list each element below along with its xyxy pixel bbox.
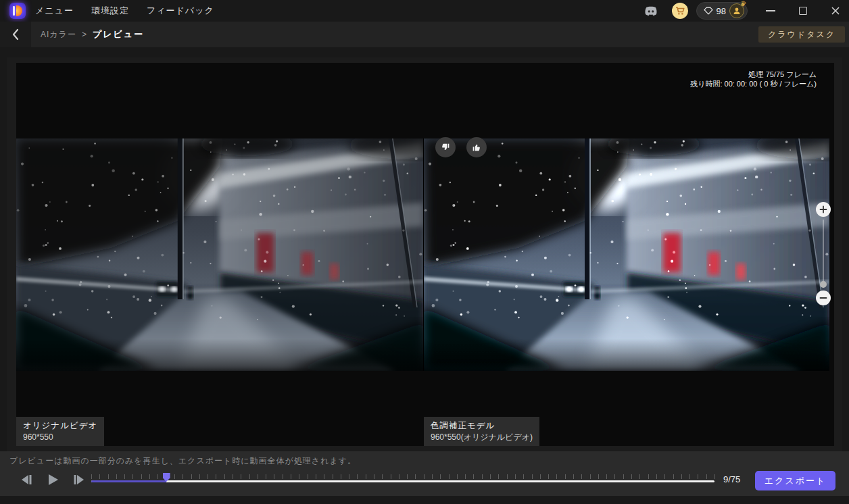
enhanced-video-size: 960*550(オリジナルビデオ)	[431, 432, 533, 443]
minimize-button[interactable]	[764, 4, 777, 18]
title-bar: メニュー 環境設定 フィードバック 98	[0, 0, 849, 22]
timeline-track[interactable]	[91, 480, 714, 482]
enhanced-video-title: 色調補正モデル	[431, 420, 533, 432]
credits-pill[interactable]: 98 ♛	[696, 2, 748, 20]
player-bar: プレビューは動画の一部分のみを再生し、エクスポート時に動画全体が処理されます。	[0, 451, 849, 496]
enhanced-video-frame[interactable]	[424, 138, 829, 371]
zoom-slider-handle[interactable]	[820, 281, 827, 288]
original-video-title: オリジナルビデオ	[23, 420, 97, 432]
original-video-frame[interactable]	[16, 138, 423, 371]
menu-item-menu[interactable]: メニュー	[35, 5, 74, 17]
app-logo-icon	[9, 3, 26, 19]
original-video-label: オリジナルビデオ 960*550	[16, 417, 104, 446]
thumbs-down-icon	[440, 142, 451, 153]
thumbs-down-button[interactable]	[435, 137, 456, 157]
preview-panel: 処理 75/75 フレーム 残り時間: 00: 00: 00 ( 0 秒 / フ…	[7, 57, 842, 451]
gem-icon	[704, 7, 713, 15]
play-icon	[46, 473, 59, 486]
back-chevron-icon	[11, 28, 20, 41]
back-button[interactable]	[0, 22, 31, 47]
zoom-out-button[interactable]	[816, 291, 831, 305]
play-button[interactable]	[44, 472, 62, 488]
timeline-progress	[91, 480, 166, 482]
original-video-size: 960*550	[23, 432, 97, 443]
thumbs-up-button[interactable]	[466, 137, 487, 157]
zoom-in-button[interactable]	[816, 202, 831, 217]
preview-notice: プレビューは動画の一部分のみを再生し、エクスポート時に動画全体が処理されます。	[9, 455, 356, 467]
discord-icon[interactable]	[644, 5, 658, 17]
breadcrumb-current: プレビュー	[93, 28, 144, 41]
remaining-time-text: 残り時間: 00: 00: 00 ( 0 秒 / フレーム)	[690, 79, 817, 89]
credits-count: 98	[717, 6, 726, 16]
thumbs-up-icon	[471, 142, 482, 153]
menu-item-preferences[interactable]: 環境設定	[91, 5, 129, 17]
processing-status: 処理 75/75 フレーム 残り時間: 00: 00: 00 ( 0 秒 / フ…	[690, 70, 817, 89]
playback-controls	[18, 472, 88, 488]
account-avatar[interactable]: ♛	[729, 3, 744, 18]
app-menu: メニュー 環境設定 フィードバック	[35, 0, 214, 22]
timeline-seekbar[interactable]	[91, 473, 714, 485]
minus-icon	[819, 294, 827, 302]
app-window: メニュー 環境設定 フィードバック 98	[0, 0, 849, 504]
nav-bar: AIカラー > プレビュー クラウドタスク	[0, 22, 849, 47]
zoom-slider-track[interactable]	[823, 220, 824, 288]
breadcrumb: AIカラー > プレビュー	[41, 22, 144, 47]
frame-counter: 9/75	[723, 474, 740, 484]
next-frame-icon	[72, 474, 86, 486]
maximize-button[interactable]	[796, 4, 810, 18]
menu-item-feedback[interactable]: フィードバック	[147, 5, 214, 17]
cloud-task-button[interactable]: クラウドタスク	[758, 26, 845, 43]
processing-progress-text: 処理 75/75 フレーム	[690, 70, 817, 79]
close-button[interactable]	[829, 4, 842, 18]
enhanced-video-label: 色調補正モデル 960*550(オリジナルビデオ)	[424, 417, 539, 446]
next-frame-button[interactable]	[70, 472, 88, 488]
plus-icon	[819, 205, 827, 213]
breadcrumb-parent[interactable]: AIカラー	[41, 29, 76, 41]
previous-frame-button[interactable]	[18, 472, 35, 488]
compare-canvas: 処理 75/75 フレーム 残り時間: 00: 00: 00 ( 0 秒 / フ…	[16, 63, 834, 446]
previous-frame-icon	[20, 474, 33, 486]
breadcrumb-separator-icon: >	[82, 30, 87, 39]
footer-strip	[0, 496, 849, 504]
export-button[interactable]: エクスポート	[755, 471, 835, 490]
store-cart-icon[interactable]	[672, 3, 688, 19]
timeline-ticks	[91, 474, 714, 480]
user-icon	[733, 7, 741, 15]
